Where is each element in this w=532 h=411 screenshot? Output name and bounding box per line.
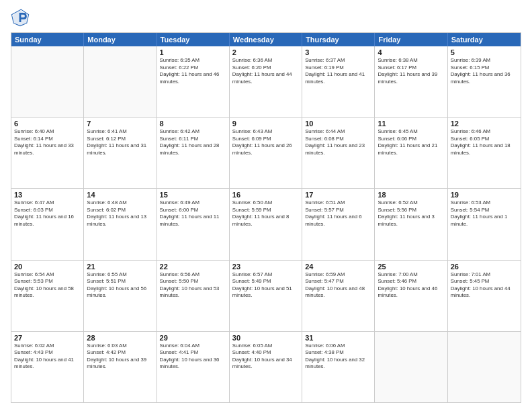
day-number: 22 [160,263,226,271]
calendar-cell: 22Sunrise: 6:56 AM Sunset: 5:50 PM Dayli… [157,261,230,331]
calendar-cell: 10Sunrise: 6:44 AM Sunset: 6:08 PM Dayli… [302,118,375,188]
calendar-cell: 11Sunrise: 6:45 AM Sunset: 6:06 PM Dayli… [375,118,447,188]
calendar-cell: 25Sunrise: 7:00 AM Sunset: 5:46 PM Dayli… [375,261,447,331]
day-info: Sunrise: 6:35 AM Sunset: 6:22 PM Dayligh… [160,57,226,85]
weekday-header: Tuesday [157,33,230,46]
calendar-row: 13Sunrise: 6:47 AM Sunset: 6:03 PM Dayli… [11,188,521,259]
calendar-cell: 15Sunrise: 6:49 AM Sunset: 6:00 PM Dayli… [157,189,230,259]
calendar-cell: 29Sunrise: 6:04 AM Sunset: 4:41 PM Dayli… [157,332,230,402]
day-info: Sunrise: 6:38 AM Sunset: 6:17 PM Dayligh… [378,57,444,85]
day-number: 5 [451,48,518,56]
day-info: Sunrise: 6:57 AM Sunset: 5:49 PM Dayligh… [232,271,299,300]
day-info: Sunrise: 6:36 AM Sunset: 6:20 PM Dayligh… [232,57,299,85]
day-number: 19 [451,191,518,199]
calendar-cell: 28Sunrise: 6:03 AM Sunset: 4:42 PM Dayli… [84,332,157,402]
calendar-cell: 24Sunrise: 6:59 AM Sunset: 5:47 PM Dayli… [302,261,375,331]
calendar-cell: 5Sunrise: 6:39 AM Sunset: 6:15 PM Daylig… [448,46,521,117]
day-number: 20 [14,263,81,271]
day-number: 1 [160,48,226,56]
calendar-cell: 3Sunrise: 6:37 AM Sunset: 6:19 PM Daylig… [302,46,375,117]
day-info: Sunrise: 6:55 AM Sunset: 5:51 PM Dayligh… [87,271,153,300]
weekday-header: Friday [375,33,447,46]
calendar-cell: 26Sunrise: 7:01 AM Sunset: 5:45 PM Dayli… [448,261,521,331]
day-number: 31 [305,334,371,342]
header [11,8,521,27]
day-number: 3 [305,48,371,56]
calendar-cell: 18Sunrise: 6:52 AM Sunset: 5:56 PM Dayli… [375,189,447,259]
calendar-cell: 17Sunrise: 6:51 AM Sunset: 5:57 PM Dayli… [302,189,375,259]
weekday-header: Sunday [11,33,84,46]
day-info: Sunrise: 6:02 AM Sunset: 4:43 PM Dayligh… [14,342,81,371]
day-info: Sunrise: 6:50 AM Sunset: 5:59 PM Dayligh… [232,199,299,228]
calendar-cell: 6Sunrise: 6:40 AM Sunset: 6:14 PM Daylig… [11,118,84,188]
day-info: Sunrise: 6:04 AM Sunset: 4:41 PM Dayligh… [160,342,226,371]
calendar: SundayMondayTuesdayWednesdayThursdayFrid… [11,32,521,403]
calendar-cell: 4Sunrise: 6:38 AM Sunset: 6:17 PM Daylig… [375,46,447,117]
calendar-cell [11,46,84,117]
page: SundayMondayTuesdayWednesdayThursdayFrid… [0,0,532,411]
day-info: Sunrise: 6:48 AM Sunset: 6:02 PM Dayligh… [87,199,153,228]
day-info: Sunrise: 6:06 AM Sunset: 4:38 PM Dayligh… [305,342,371,371]
day-number: 26 [451,263,518,271]
day-info: Sunrise: 6:46 AM Sunset: 6:05 PM Dayligh… [451,128,518,156]
calendar-row: 20Sunrise: 6:54 AM Sunset: 5:53 PM Dayli… [11,260,521,331]
day-number: 24 [305,263,371,271]
day-number: 6 [14,120,81,128]
day-number: 30 [232,334,299,342]
day-info: Sunrise: 6:37 AM Sunset: 6:19 PM Dayligh… [305,57,371,85]
calendar-cell: 8Sunrise: 6:42 AM Sunset: 6:11 PM Daylig… [157,118,230,188]
calendar-cell: 2Sunrise: 6:36 AM Sunset: 6:20 PM Daylig… [230,46,302,117]
logo [11,8,32,27]
day-info: Sunrise: 6:43 AM Sunset: 6:09 PM Dayligh… [232,128,299,156]
calendar-cell: 14Sunrise: 6:48 AM Sunset: 6:02 PM Dayli… [84,189,157,259]
calendar-cell: 13Sunrise: 6:47 AM Sunset: 6:03 PM Dayli… [11,189,84,259]
day-number: 13 [14,191,81,199]
day-info: Sunrise: 6:03 AM Sunset: 4:42 PM Dayligh… [87,342,153,371]
day-info: Sunrise: 6:49 AM Sunset: 6:00 PM Dayligh… [160,199,226,228]
calendar-cell: 1Sunrise: 6:35 AM Sunset: 6:22 PM Daylig… [157,46,230,117]
day-info: Sunrise: 6:39 AM Sunset: 6:15 PM Dayligh… [451,57,518,85]
day-info: Sunrise: 6:40 AM Sunset: 6:14 PM Dayligh… [14,128,81,156]
calendar-cell: 20Sunrise: 6:54 AM Sunset: 5:53 PM Dayli… [11,261,84,331]
day-number: 21 [87,263,153,271]
day-info: Sunrise: 6:41 AM Sunset: 6:12 PM Dayligh… [87,128,153,156]
weekday-header: Thursday [302,33,375,46]
calendar-header: SundayMondayTuesdayWednesdayThursdayFrid… [11,33,521,46]
day-number: 28 [87,334,153,342]
day-number: 16 [232,191,299,199]
calendar-cell: 21Sunrise: 6:55 AM Sunset: 5:51 PM Dayli… [84,261,157,331]
day-number: 14 [87,191,153,199]
calendar-row: 6Sunrise: 6:40 AM Sunset: 6:14 PM Daylig… [11,117,521,188]
day-number: 12 [451,120,518,128]
day-info: Sunrise: 6:45 AM Sunset: 6:06 PM Dayligh… [378,128,444,156]
calendar-cell [448,332,521,402]
day-info: Sunrise: 6:05 AM Sunset: 4:40 PM Dayligh… [232,342,299,371]
calendar-cell: 27Sunrise: 6:02 AM Sunset: 4:43 PM Dayli… [11,332,84,402]
day-info: Sunrise: 6:44 AM Sunset: 6:08 PM Dayligh… [305,128,371,156]
day-info: Sunrise: 6:56 AM Sunset: 5:50 PM Dayligh… [160,271,226,300]
day-number: 2 [232,48,299,56]
calendar-cell: 30Sunrise: 6:05 AM Sunset: 4:40 PM Dayli… [230,332,302,402]
calendar-body: 1Sunrise: 6:35 AM Sunset: 6:22 PM Daylig… [11,46,521,402]
weekday-header: Wednesday [230,33,302,46]
day-info: Sunrise: 7:01 AM Sunset: 5:45 PM Dayligh… [451,271,518,300]
day-info: Sunrise: 6:42 AM Sunset: 6:11 PM Dayligh… [160,128,226,156]
day-number: 27 [14,334,81,342]
day-number: 4 [378,48,444,56]
day-number: 8 [160,120,226,128]
logo-icon [11,8,30,27]
calendar-cell: 7Sunrise: 6:41 AM Sunset: 6:12 PM Daylig… [84,118,157,188]
day-info: Sunrise: 6:51 AM Sunset: 5:57 PM Dayligh… [305,199,371,228]
calendar-cell [375,332,447,402]
day-number: 7 [87,120,153,128]
calendar-cell: 16Sunrise: 6:50 AM Sunset: 5:59 PM Dayli… [230,189,302,259]
day-number: 17 [305,191,371,199]
calendar-row: 27Sunrise: 6:02 AM Sunset: 4:43 PM Dayli… [11,331,521,402]
day-number: 11 [378,120,444,128]
calendar-cell: 23Sunrise: 6:57 AM Sunset: 5:49 PM Dayli… [230,261,302,331]
day-number: 9 [232,120,299,128]
day-number: 23 [232,263,299,271]
day-number: 10 [305,120,371,128]
day-info: Sunrise: 6:47 AM Sunset: 6:03 PM Dayligh… [14,199,81,228]
day-number: 18 [378,191,444,199]
